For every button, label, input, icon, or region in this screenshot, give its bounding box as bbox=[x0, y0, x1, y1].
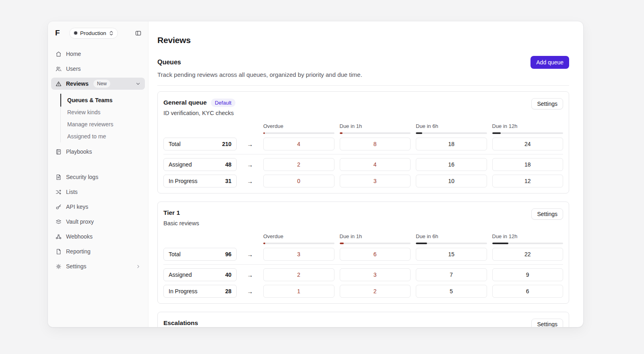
due-column-progress-track bbox=[416, 132, 487, 134]
sidebar: F Production Home bbox=[48, 21, 149, 327]
due-column-label: Due in 1h bbox=[340, 123, 411, 130]
sidebar-item-users[interactable]: Users bbox=[51, 63, 145, 75]
queue-cell-value: 3 bbox=[340, 175, 411, 187]
sidebar-collapse-icon[interactable] bbox=[135, 30, 142, 37]
queue-row-label-box: Total 210 bbox=[163, 138, 237, 150]
footprint-logo: F bbox=[55, 29, 60, 37]
queue-row-label: Total bbox=[169, 141, 181, 147]
subnav-item-queues-teams[interactable]: Queues & Teams bbox=[61, 94, 145, 106]
due-column-progress-fill bbox=[492, 243, 509, 244]
sidebar-item-reviews[interactable]: Reviews New bbox=[51, 78, 145, 90]
due-column-header: Due in 12h bbox=[492, 123, 564, 134]
queue-row-label-box: Assigned 40 bbox=[163, 268, 237, 281]
due-column-label: Due in 12h bbox=[492, 123, 564, 130]
queue-card: Escalations Settings bbox=[157, 312, 569, 327]
queue-row-label-box: In Progress 28 bbox=[163, 285, 237, 298]
queue-cell-value: 2 bbox=[263, 158, 334, 171]
sidebar-item-lists[interactable]: Lists bbox=[51, 186, 145, 198]
due-column-progress-track bbox=[340, 132, 411, 134]
queue-cell-value: 8 bbox=[340, 138, 411, 150]
queue-cell-value: 2 bbox=[340, 285, 411, 298]
queue-cell-value: 18 bbox=[492, 158, 564, 171]
sidebar-item-label: Webhooks bbox=[66, 233, 93, 240]
queue-cell-value: 22 bbox=[492, 248, 564, 261]
due-column-label: Due in 12h bbox=[492, 233, 564, 240]
sidebar-item-api-keys[interactable]: API keys bbox=[51, 201, 145, 213]
sidebar-header: F Production bbox=[51, 27, 145, 39]
subnav-item-label: Queues & Teams bbox=[67, 97, 113, 103]
app-window: F Production Home bbox=[47, 21, 584, 327]
queue-row-label-box: In Progress 31 bbox=[163, 175, 237, 187]
sidebar-item-home[interactable]: Home bbox=[51, 48, 145, 60]
due-column-progress-fill bbox=[340, 243, 344, 244]
sidebar-item-label: Playbooks bbox=[66, 148, 92, 155]
sidebar-item-playbooks[interactable]: Playbooks bbox=[51, 146, 145, 158]
queue-card-header: General queue Default ID verification, K… bbox=[163, 98, 563, 117]
queue-settings-button[interactable]: Settings bbox=[531, 319, 563, 327]
due-column-header: Overdue bbox=[263, 233, 334, 244]
queue-row-count: 40 bbox=[225, 272, 231, 278]
sidebar-item-reporting[interactable]: Reporting bbox=[51, 245, 145, 257]
subnav-item-review-kinds[interactable]: Review kinds bbox=[61, 106, 145, 118]
chevron-right-icon bbox=[136, 264, 141, 269]
due-column-progress-track bbox=[492, 132, 564, 134]
queues-section-header: Queues Add queue bbox=[157, 56, 569, 69]
due-column-progress-fill bbox=[263, 243, 265, 244]
add-queue-button[interactable]: Add queue bbox=[530, 56, 569, 69]
home-icon bbox=[55, 51, 62, 58]
sidebar-item-settings[interactable]: Settings bbox=[51, 260, 145, 272]
due-column-label: Due in 1h bbox=[340, 233, 411, 240]
queue-card-description: Basic reviews bbox=[163, 220, 199, 227]
arrow-right-icon: → bbox=[242, 288, 258, 295]
queue-cell-value: 18 bbox=[416, 138, 487, 150]
due-column-label: Overdue bbox=[263, 123, 334, 130]
subnav-item-assigned-to-me[interactable]: Assigned to me bbox=[61, 130, 145, 142]
due-column-progress-track bbox=[340, 243, 411, 244]
queue-cell-value: 7 bbox=[416, 268, 487, 281]
due-column-header: Due in 12h bbox=[492, 233, 564, 244]
sidebar-item-label: Security logs bbox=[66, 174, 98, 180]
sidebar-item-vault-proxy[interactable]: Vault proxy bbox=[51, 216, 145, 228]
queue-row-count: 48 bbox=[225, 161, 231, 168]
queue-cell-value: 15 bbox=[416, 248, 487, 261]
arrow-right-icon: → bbox=[242, 251, 258, 258]
new-badge: New bbox=[93, 80, 110, 88]
queue-cell-value: 4 bbox=[263, 138, 334, 150]
due-column-progress-track bbox=[263, 243, 334, 244]
queue-cell-value: 0 bbox=[263, 175, 334, 187]
sidebar-item-security-logs[interactable]: Security logs bbox=[51, 171, 145, 183]
sidebar-item-label: Reviews bbox=[66, 80, 89, 87]
queue-card: Tier 1 Basic reviews Settings Overdue Du… bbox=[157, 202, 569, 304]
queue-cell-value: 10 bbox=[416, 175, 487, 187]
section-title: Queues bbox=[157, 59, 181, 66]
due-column-header: Due in 6h bbox=[416, 123, 487, 134]
queue-card-header: Escalations Settings bbox=[163, 319, 563, 327]
queue-cell-value: 1 bbox=[263, 285, 334, 298]
due-column-label: Due in 6h bbox=[416, 233, 487, 240]
queue-table: Overdue Due in 1h Due in 6h Due in 12h T… bbox=[163, 233, 563, 298]
arrow-right-icon: → bbox=[242, 161, 258, 168]
gear-icon bbox=[55, 263, 62, 270]
document-icon bbox=[55, 174, 62, 181]
webhook-icon bbox=[55, 233, 62, 240]
subnav-item-manage-reviewers[interactable]: Manage reviewers bbox=[61, 118, 145, 130]
reviews-subnav: Queues & Teams Review kinds Manage revie… bbox=[60, 94, 145, 142]
chevron-up-down-icon bbox=[109, 31, 114, 36]
queue-row-count: 28 bbox=[225, 288, 231, 294]
due-column-progress-fill bbox=[416, 132, 422, 134]
sidebar-item-label: Reporting bbox=[66, 248, 91, 255]
queue-card-description: ID verification, KYC checks bbox=[163, 109, 235, 117]
environment-selector[interactable]: Production bbox=[69, 28, 118, 39]
sidebar-item-label: Users bbox=[66, 66, 81, 72]
environment-label: Production bbox=[80, 30, 106, 36]
due-column-progress-track bbox=[263, 132, 334, 134]
playbook-icon bbox=[55, 148, 62, 155]
queue-row-label: Assigned bbox=[169, 161, 192, 168]
queue-settings-button[interactable]: Settings bbox=[531, 98, 563, 109]
due-column-progress-track bbox=[492, 243, 564, 244]
sidebar-item-webhooks[interactable]: Webhooks bbox=[51, 231, 145, 243]
arrow-right-icon: → bbox=[242, 178, 258, 185]
due-column-header: Due in 1h bbox=[340, 123, 411, 134]
queue-cell-value: 4 bbox=[340, 158, 411, 171]
queue-settings-button[interactable]: Settings bbox=[531, 208, 563, 220]
